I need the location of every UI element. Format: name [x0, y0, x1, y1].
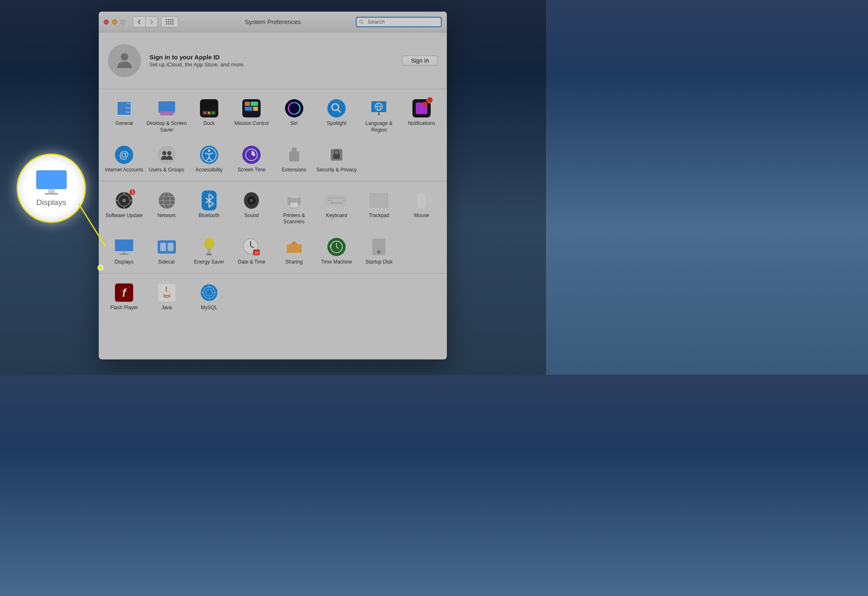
svg-rect-102 — [37, 171, 66, 189]
badge: 1 — [129, 189, 136, 195]
svg-rect-62 — [331, 197, 332, 199]
pref-item-language[interactable]: Language & Region — [358, 98, 400, 133]
window-titlebar: System Preferences — [99, 12, 447, 32]
pref-item-mouse[interactable]: Mouse — [400, 191, 443, 225]
pref-item-general[interactable]: FileNewOpeGeneral — [103, 98, 145, 133]
pref-label: Energy Saver — [194, 259, 224, 266]
pref-label: Sharing — [285, 259, 302, 266]
sound-icon — [241, 191, 261, 210]
apple-id-sub: Set up iCloud, the App Store, and more. — [149, 61, 245, 68]
pref-label: Date & Time — [238, 259, 265, 266]
pref-label: Dock — [203, 120, 215, 127]
pref-label: Printers & Scanners — [274, 213, 315, 225]
pref-label: Extensions — [282, 167, 306, 173]
pref-item-printers[interactable]: Printers & Scanners — [273, 191, 315, 225]
pref-label: Language & Region — [358, 120, 399, 133]
chevron-right-icon — [149, 20, 154, 24]
minimize-button[interactable] — [112, 20, 117, 24]
pref-item-timemachine[interactable]: Time Machine — [315, 237, 358, 266]
pref-grid-bottom: fFlash PlayerJavaMySQL — [99, 274, 447, 319]
pref-item-security[interactable]: Security & Privacy — [315, 145, 358, 173]
pref-label: Desktop & Screen Saver — [146, 120, 187, 133]
pref-label: Mission Control — [234, 120, 269, 127]
pref-item-mysql[interactable]: MySQL — [188, 283, 230, 311]
pref-item-siri[interactable]: Siri — [273, 98, 315, 133]
internet-icon: @ — [114, 145, 134, 165]
svg-rect-64 — [336, 197, 337, 199]
svg-point-80 — [204, 238, 214, 249]
svg-point-7 — [204, 112, 206, 114]
printers-icon — [284, 191, 304, 210]
pref-item-internet[interactable]: @Internet Accounts — [103, 145, 145, 173]
pref-label: Sound — [244, 213, 259, 219]
sign-in-button[interactable]: Sign In — [402, 56, 438, 66]
search-input[interactable] — [356, 17, 442, 27]
pref-item-flash[interactable]: fFlash Player — [103, 283, 145, 311]
pref-item-keyboard[interactable]: Keyboard — [315, 191, 358, 225]
svg-point-2 — [121, 53, 128, 61]
chevron-left-icon — [137, 20, 141, 24]
svg-rect-81 — [207, 249, 211, 254]
sidecar-icon — [157, 237, 177, 257]
pref-grid-mid: 1Software UpdateNetworkBluetoothSoundPri… — [99, 181, 447, 273]
person-icon — [113, 49, 136, 72]
pref-item-access[interactable]: Accessibility — [188, 145, 230, 173]
svg-rect-70 — [343, 200, 345, 201]
svg-rect-13 — [245, 107, 252, 111]
pref-item-displays[interactable]: Displays — [103, 237, 145, 266]
bluetooth-icon — [199, 191, 219, 210]
svg-point-8 — [208, 112, 210, 114]
pref-item-java[interactable]: Java — [145, 283, 188, 311]
pref-item-screentime[interactable]: Screen Time — [230, 145, 273, 173]
pref-item-sidecar[interactable]: Sidecar — [145, 237, 188, 266]
siri-icon — [284, 98, 304, 118]
flash-icon: f — [114, 283, 134, 303]
pref-item-trackpad[interactable]: Trackpad — [358, 191, 400, 225]
svg-rect-67 — [343, 197, 345, 199]
pref-item-mission[interactable]: Mission Control — [230, 98, 273, 133]
svg-rect-3 — [158, 101, 175, 113]
pref-item-desktop[interactable]: Desktop & Screen Saver — [145, 98, 188, 133]
pref-label: Trackpad — [369, 213, 390, 219]
pref-item-ext[interactable]: Extensions — [273, 145, 315, 173]
pref-item-notif[interactable]: Notifications — [400, 98, 443, 133]
apple-id-text: Sign in to your Apple ID Set up iCloud, … — [149, 54, 245, 68]
pref-item-spotlight[interactable]: Spotlight — [315, 98, 358, 133]
pref-item-bluetooth[interactable]: Bluetooth — [188, 191, 230, 225]
close-button[interactable] — [104, 20, 109, 24]
pref-item-sharing[interactable]: Sharing — [273, 237, 315, 266]
pref-label: Screen Time — [238, 167, 266, 173]
displays-callout: Displays — [17, 154, 86, 223]
svg-rect-12 — [251, 102, 258, 106]
java-icon — [157, 283, 177, 303]
svg-rect-73 — [417, 192, 427, 209]
grid-icon — [166, 19, 173, 24]
general-icon: FileNewOpe — [114, 98, 134, 118]
badge — [427, 97, 433, 103]
sharing-icon — [284, 237, 304, 257]
language-icon — [369, 98, 389, 118]
pref-grid-top: FileNewOpeGeneralDesktop & Screen SaverD… — [99, 89, 447, 181]
maximize-button[interactable] — [120, 20, 125, 24]
startup-icon — [369, 237, 389, 257]
svg-point-17 — [327, 99, 346, 117]
pref-item-software[interactable]: 1Software Update — [103, 191, 145, 225]
back-button[interactable] — [133, 16, 145, 27]
pref-item-energy[interactable]: Energy Saver — [188, 237, 230, 266]
forward-button[interactable] — [145, 16, 158, 27]
timemachine-icon — [327, 237, 346, 257]
apple-id-section: Sign in to your Apple ID Set up iCloud, … — [99, 32, 447, 89]
screentime-icon — [241, 145, 261, 165]
pref-item-startup[interactable]: Startup Disk — [358, 237, 400, 266]
show-all-button[interactable] — [161, 16, 178, 27]
pref-item-sound[interactable]: Sound — [230, 191, 273, 225]
svg-point-9 — [212, 112, 215, 114]
svg-point-91 — [377, 250, 380, 254]
pref-item-users[interactable]: Users & Groups — [145, 145, 188, 173]
pref-item-datetime[interactable]: 18Date & Time — [230, 237, 273, 266]
svg-rect-11 — [245, 102, 250, 106]
svg-rect-72 — [370, 193, 388, 208]
pref-item-dock[interactable]: Dock — [188, 98, 230, 133]
pref-label: Spotlight — [327, 120, 346, 127]
pref-item-network[interactable]: Network — [145, 191, 188, 225]
